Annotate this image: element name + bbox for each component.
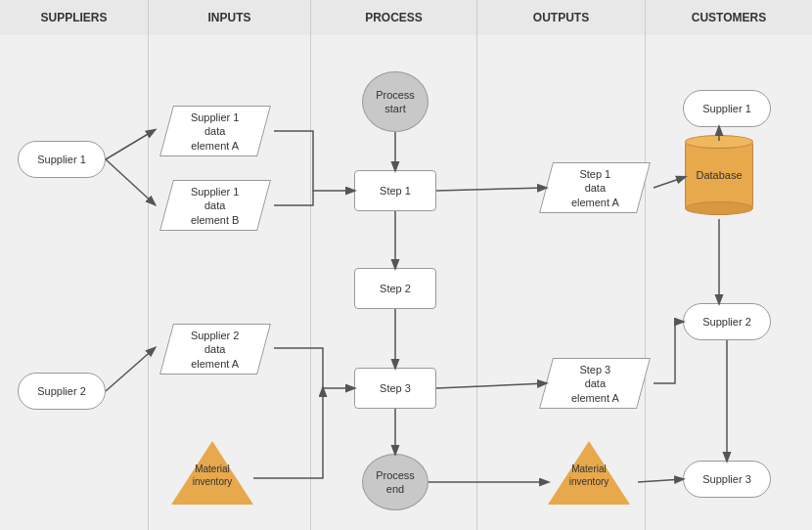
input-a1: Supplier 1 data element A	[159, 106, 271, 156]
process-start: Process start	[362, 71, 429, 132]
svg-line-10	[654, 177, 685, 188]
svg-line-13	[638, 479, 683, 482]
svg-line-0	[106, 130, 155, 159]
material-inventory-output: Material inventory	[548, 441, 630, 514]
header-inputs: INPUTS	[149, 0, 311, 35]
step2: Step 2	[354, 268, 436, 309]
cust-supplier3: Supplier 3	[683, 461, 771, 498]
cust-supplier1: Supplier 1	[683, 90, 771, 127]
step3: Step 3	[354, 368, 436, 409]
process-end: Process end	[362, 454, 429, 510]
input-a2: Supplier 2 data element A	[159, 324, 271, 375]
svg-line-1	[106, 159, 155, 204]
header-outputs: OUTPUTS	[477, 0, 646, 35]
step1: Step 1	[354, 170, 436, 211]
svg-line-7	[436, 188, 546, 191]
svg-line-6	[106, 348, 155, 391]
column-headers: SUPPLIERS INPUTS PROCESS OUTPUTS CUSTOME…	[0, 0, 812, 35]
database: Database	[685, 141, 753, 209]
supplier1-node: Supplier 1	[18, 141, 106, 178]
material-inventory-input: Material inventory	[171, 441, 253, 514]
input-b1: Supplier 1 data element B	[159, 180, 271, 231]
header-process: PROCESS	[311, 0, 477, 35]
header-suppliers: SUPPLIERS	[0, 0, 149, 35]
header-customers: CUSTOMERS	[646, 0, 812, 35]
cust-supplier2: Supplier 2	[683, 303, 771, 340]
svg-line-8	[436, 383, 546, 388]
diagram-area: Supplier 1 Supplier 2 Supplier 1 data el…	[0, 35, 812, 530]
supplier2-node: Supplier 2	[18, 373, 106, 410]
output-a3: Step 3 data element A	[539, 358, 651, 409]
output-a1: Step 1 data element A	[539, 162, 651, 213]
